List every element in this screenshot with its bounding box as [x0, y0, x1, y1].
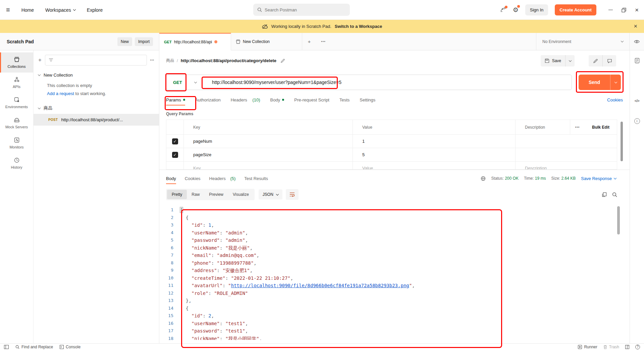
sidebar-item-monitors[interactable]: Monitors	[0, 133, 33, 153]
globe-icon[interactable]	[481, 176, 486, 181]
response-scrollbar[interactable]	[617, 206, 620, 234]
create-account-button[interactable]: Create Account	[555, 4, 596, 15]
global-search[interactable]	[253, 4, 350, 16]
param-key-cell[interactable]: pageSize	[184, 148, 353, 161]
runner-button[interactable]: Runner	[578, 345, 597, 349]
collection-filter-input[interactable]	[45, 55, 147, 65]
tree-request-item[interactable]: POST http://localhost:88/api/product/...	[34, 114, 159, 126]
environment-quick-look-icon[interactable]	[629, 33, 644, 50]
new-button[interactable]: New	[117, 37, 132, 46]
banner-switch-link[interactable]: Switch to a Workspace	[335, 24, 382, 29]
param-key-placeholder[interactable]: Key	[184, 162, 353, 170]
row-checkbox[interactable]: ✓	[172, 152, 178, 158]
tree-more-options-icon[interactable]: •••	[150, 58, 154, 62]
window-restore-icon[interactable]	[622, 8, 626, 12]
request-url-input[interactable]	[202, 80, 572, 85]
response-body-editor[interactable]: 1[2 {3 "id": 1,4 "userName": "admin",5 "…	[159, 202, 619, 340]
param-value-cell[interactable]: 1	[353, 135, 516, 148]
documentation-icon[interactable]	[630, 53, 644, 68]
tab-response-headers[interactable]: Headers (5)	[209, 171, 236, 186]
param-value-cell[interactable]: 5	[353, 148, 516, 161]
query-params-title: Query Params	[166, 112, 193, 116]
sidebar-toggle-icon[interactable]	[4, 345, 9, 349]
row-checkbox[interactable]: ✓	[172, 138, 178, 144]
tab-new-collection[interactable]: New Collection	[231, 33, 302, 50]
tab-response-body[interactable]: Body	[166, 171, 176, 186]
tab-options-icon[interactable]: •••	[316, 33, 330, 50]
select-all-cell[interactable]	[166, 120, 184, 134]
new-tab-button[interactable]: +	[302, 33, 316, 50]
view-raw[interactable]: Raw	[187, 190, 204, 199]
param-description-placeholder[interactable]: Description	[516, 162, 617, 170]
rename-pencil-icon[interactable]	[280, 58, 285, 63]
cookies-link[interactable]: Cookies	[607, 97, 623, 102]
method-selector[interactable]: GET	[166, 80, 202, 85]
param-key-cell[interactable]: pageNum	[184, 135, 353, 148]
send-options-chevron-icon[interactable]	[610, 75, 621, 90]
param-description-cell[interactable]	[516, 135, 617, 148]
tab-settings[interactable]: Settings	[360, 91, 375, 108]
info-icon[interactable]: i	[630, 114, 644, 128]
search-response-icon[interactable]	[612, 192, 617, 197]
tab-body[interactable]: Body	[270, 91, 284, 108]
comments-icon[interactable]	[602, 55, 616, 67]
sign-in-button[interactable]: Sign In	[525, 4, 548, 15]
copy-icon[interactable]	[602, 192, 607, 197]
trash-button[interactable]: Trash	[603, 345, 619, 349]
tab-active-request[interactable]: GET http://localhost:88/api	[159, 33, 231, 50]
telemetry-icon[interactable]	[500, 7, 506, 13]
params-scrollbar[interactable]	[621, 122, 623, 161]
code-snippet-icon[interactable]: </>	[630, 93, 644, 108]
import-button[interactable]: Import	[135, 37, 153, 46]
sidebar-item-collections[interactable]: Collections	[0, 52, 33, 73]
scratch-pad-banner: Working locally in Scratch Pad. Switch t…	[0, 20, 644, 33]
tab-test-results[interactable]: Test Results	[244, 171, 268, 186]
nav-home[interactable]: Home	[21, 7, 34, 13]
collection-new-collection[interactable]: New Collection	[34, 70, 159, 80]
nav-explore[interactable]: Explore	[87, 7, 103, 13]
find-and-replace-button[interactable]: Find and Replace	[15, 345, 53, 349]
view-pretty[interactable]: Pretty	[167, 190, 187, 199]
environment-selector[interactable]: No Environment	[536, 33, 629, 50]
edit-pencil-icon[interactable]	[589, 55, 602, 67]
save-button[interactable]: Save	[541, 55, 575, 67]
param-description-cell[interactable]	[516, 148, 617, 161]
bulk-edit-button[interactable]: Bulk Edit	[585, 120, 617, 134]
view-visualize[interactable]: Visualize	[228, 190, 254, 199]
console-button[interactable]: Console	[60, 345, 80, 349]
tab-prerequest-script[interactable]: Pre-request Script	[294, 91, 329, 108]
sidebar-item-apis[interactable]: APIs	[0, 73, 33, 93]
help-icon[interactable]: ?	[635, 345, 640, 349]
format-selector[interactable]: JSON	[259, 189, 282, 200]
sidebar-item-history[interactable]: History	[0, 153, 33, 173]
window-close-icon[interactable]: ×	[635, 6, 639, 14]
breadcrumb-collection[interactable]: 商品	[166, 58, 174, 63]
tab-headers[interactable]: Headers (10)	[231, 91, 260, 108]
save-options-chevron-icon[interactable]	[565, 55, 575, 67]
view-preview[interactable]: Preview	[204, 190, 228, 199]
tab-params[interactable]: Params	[166, 91, 185, 108]
add-collection-button[interactable]: +	[38, 57, 42, 63]
pane-divider[interactable]	[159, 170, 630, 170]
window-minimize-icon[interactable]	[608, 10, 613, 10]
empty-suffix: to start working.	[74, 91, 106, 96]
wrap-lines-button[interactable]	[286, 189, 299, 200]
nav-workspaces[interactable]: Workspaces	[45, 7, 75, 13]
add-request-link[interactable]: Add a request	[47, 91, 74, 96]
table-options-icon[interactable]: •••	[570, 120, 585, 134]
sidebar-item-mock-servers[interactable]: Mock Servers	[0, 113, 33, 133]
main-menu-icon[interactable]: ≡	[6, 6, 10, 14]
two-pane-icon[interactable]	[625, 345, 629, 349]
tab-response-cookies[interactable]: Cookies	[185, 171, 201, 186]
tab-tests[interactable]: Tests	[339, 91, 350, 108]
send-button[interactable]: Send	[579, 75, 621, 90]
sidebar-item-environments[interactable]: Environments	[0, 93, 33, 113]
settings-gear-icon[interactable]: ⚙	[513, 6, 519, 14]
save-response-button[interactable]: Save Response	[581, 176, 616, 181]
breadcrumb-request-name[interactable]: http://localhost:88/api/product/category…	[181, 58, 276, 63]
tab-authorization[interactable]: Authorization	[195, 91, 221, 108]
collection-product-group[interactable]: 商品	[34, 102, 159, 114]
banner-close-icon[interactable]: ×	[634, 23, 637, 30]
param-value-placeholder[interactable]: Value	[353, 162, 516, 170]
global-search-input[interactable]	[265, 7, 332, 12]
